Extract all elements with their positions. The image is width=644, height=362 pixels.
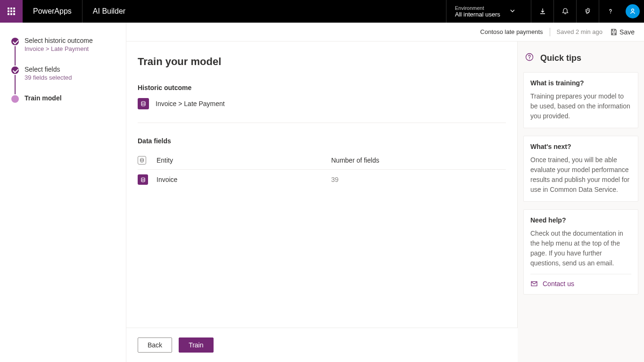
tip-card-training: What is training? Training prepares your…: [523, 72, 638, 128]
table-row[interactable]: Invoice 39: [138, 170, 506, 189]
step-title: Select fields: [25, 66, 117, 73]
saved-status: Saved 2 min ago: [557, 28, 603, 35]
subbar: Contoso late payments Saved 2 min ago Sa…: [126, 23, 644, 41]
tip-title: What's next?: [530, 143, 631, 150]
step-subtitle: Invoice > Late Payment: [25, 45, 117, 52]
step-train-model[interactable]: Train model: [11, 94, 117, 102]
mail-icon: [530, 280, 538, 288]
brand-label: PowerApps: [23, 0, 83, 23]
user-avatar[interactable]: [621, 0, 644, 23]
tip-body: Once trained, you will be able evaluate …: [530, 155, 631, 195]
step-subtitle: 39 fields selected: [25, 74, 117, 81]
step-title: Select historic outcome: [25, 37, 117, 44]
quick-tips-heading: Quick tips: [525, 53, 636, 64]
historic-outcome-value: Invoice > Late Payment: [156, 100, 225, 107]
footer: Back Train: [126, 328, 518, 362]
save-button-label: Save: [619, 28, 635, 36]
environment-value: All internal users: [455, 11, 500, 18]
page-title: Train your model: [138, 56, 506, 68]
tip-body: Training prepares your model to be used,…: [530, 91, 631, 121]
train-button[interactable]: Train: [179, 337, 213, 353]
help-icon[interactable]: [599, 0, 621, 23]
contact-us-link[interactable]: Contact us: [530, 280, 631, 288]
row-entity: Invoice: [157, 176, 331, 183]
tip-card-help: Need help? Check out the documentation i…: [523, 209, 638, 295]
entity-header-icon: [138, 156, 146, 165]
help-circle-icon: [525, 53, 534, 64]
historic-outcome-row: Invoice > Late Payment: [138, 98, 506, 109]
row-count: 39: [331, 176, 506, 183]
check-icon: [11, 66, 19, 74]
step-select-fields[interactable]: Select fields 39 fields selected: [11, 66, 117, 81]
contact-us-label: Contact us: [543, 280, 574, 288]
tip-title: What is training?: [530, 79, 631, 87]
entity-icon: [138, 98, 149, 109]
quick-tips-heading-text: Quick tips: [540, 53, 581, 63]
notifications-icon[interactable]: [553, 0, 576, 23]
back-button[interactable]: Back: [138, 337, 172, 353]
step-historic-outcome[interactable]: Select historic outcome Invoice > Late P…: [11, 37, 117, 52]
save-icon: [610, 28, 618, 36]
historic-outcome-label: Historic outcome: [138, 84, 506, 91]
chevron-down-icon: [510, 8, 515, 15]
step-nav: Select historic outcome Invoice > Late P…: [0, 23, 126, 362]
save-button[interactable]: Save: [610, 28, 635, 36]
download-icon[interactable]: [531, 0, 553, 23]
step-title: Train model: [25, 94, 117, 102]
settings-icon[interactable]: [576, 0, 599, 23]
environment-picker[interactable]: Environment All internal users: [446, 0, 531, 23]
column-entity: Entity: [157, 156, 331, 164]
tip-body: Check out the documentation in the help …: [530, 229, 631, 268]
main-content: Train your model Historic outcome Invoic…: [126, 41, 518, 328]
waffle-icon: [8, 8, 15, 15]
svg-point-0: [632, 9, 634, 11]
tip-title: Need help?: [530, 216, 631, 224]
person-icon: [629, 8, 636, 15]
subbrand-label: AI Builder: [83, 0, 136, 23]
table-header: Entity Number of fields: [138, 151, 506, 170]
app-launcher-button[interactable]: [0, 0, 23, 23]
column-count: Number of fields: [331, 156, 506, 164]
entity-icon: [138, 174, 148, 185]
data-fields-label: Data fields: [138, 137, 506, 145]
tip-card-next: What's next? Once trained, you will be a…: [523, 136, 638, 202]
check-icon: [11, 38, 19, 45]
topbar: PowerApps AI Builder Environment All int…: [0, 0, 644, 23]
dot-icon: [11, 95, 19, 103]
quick-tips-panel: Quick tips What is training? Training pr…: [518, 41, 644, 362]
environment-label: Environment: [455, 5, 500, 11]
model-name: Contoso late payments: [480, 28, 543, 35]
